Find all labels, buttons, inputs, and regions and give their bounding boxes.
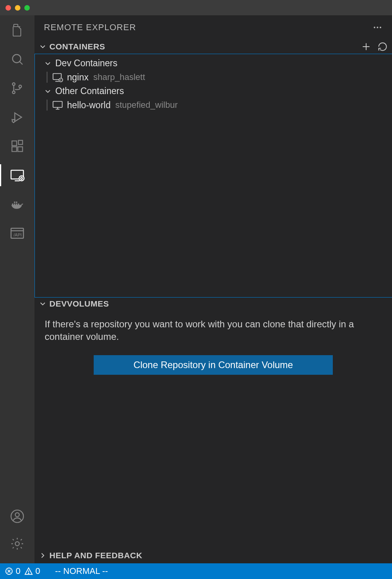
svg-point-14 (15, 513, 19, 517)
search-icon[interactable] (9, 51, 25, 67)
refresh-icon[interactable] (377, 41, 388, 52)
svg-point-18 (380, 27, 381, 28)
error-icon (5, 567, 13, 575)
devvolumes-body: If there's a repository you want to work… (34, 310, 392, 549)
svg-point-15 (15, 542, 19, 546)
tree-group-dev-containers[interactable]: Dev Containers (35, 56, 392, 70)
section-header-help[interactable]: HELP AND FEEDBACK (34, 549, 392, 563)
svg-point-0 (13, 54, 21, 63)
svg-point-2 (13, 91, 15, 94)
svg-rect-5 (12, 141, 17, 146)
devvolumes-description: If there's a repository you want to work… (45, 318, 382, 343)
window-zoom-button[interactable] (24, 5, 30, 11)
clone-repository-button[interactable]: Clone Repository in Container Volume (94, 355, 333, 375)
chevron-down-icon (44, 59, 52, 68)
container-running-icon (52, 72, 63, 83)
accounts-icon[interactable] (9, 508, 25, 524)
vim-mode-text: -- NORMAL -- (55, 566, 108, 576)
settings-gear-icon[interactable] (9, 536, 25, 552)
container-name: hello-world (67, 100, 111, 111)
extensions-icon[interactable] (9, 138, 25, 154)
tree-indent-guide (47, 72, 47, 83)
more-actions-icon[interactable] (372, 22, 383, 33)
window-minimize-button[interactable] (15, 5, 20, 11)
chevron-down-icon (44, 87, 52, 96)
svg-point-16 (374, 27, 375, 28)
activity-bar: /API (0, 15, 34, 563)
container-monitor-icon (52, 100, 63, 111)
docker-icon[interactable] (9, 196, 25, 212)
tree-indent-guide (47, 100, 47, 111)
status-vim-mode[interactable]: -- NORMAL -- (55, 566, 108, 576)
svg-rect-7 (18, 147, 23, 152)
svg-point-17 (377, 27, 378, 28)
svg-point-3 (19, 85, 22, 88)
tree-group-other-containers[interactable]: Other Containers (35, 84, 392, 98)
section-header-devvolumes[interactable]: DEVVOLUMES (34, 298, 392, 310)
svg-rect-6 (12, 147, 17, 152)
warning-icon (24, 567, 33, 575)
containers-tree: Dev Containers nginx sharp_haslett Other… (34, 54, 392, 298)
svg-text:/API: /API (14, 232, 22, 237)
section-header-containers[interactable]: CONTAINERS (34, 40, 392, 54)
run-debug-icon[interactable] (9, 109, 25, 125)
tree-group-label: Dev Containers (55, 58, 118, 69)
window-titlebar (0, 0, 392, 15)
tree-group-label: Other Containers (55, 86, 124, 96)
section-label: CONTAINERS (49, 42, 105, 51)
container-alias: stupefied_wilbur (115, 100, 178, 110)
container-alias: sharp_haslett (93, 72, 145, 82)
explorer-icon[interactable] (9, 22, 25, 38)
new-container-icon[interactable] (361, 41, 372, 52)
remote-explorer-icon[interactable] (9, 167, 25, 183)
svg-point-23 (29, 573, 29, 574)
sidebar-title: REMOTE EXPLORER (44, 22, 136, 33)
status-warnings[interactable]: 0 (24, 566, 40, 576)
chevron-right-icon (38, 551, 47, 560)
window-close-button[interactable] (5, 5, 11, 11)
section-label: DEVVOLUMES (49, 299, 109, 309)
chevron-down-icon (38, 299, 47, 308)
section-label: HELP AND FEEDBACK (49, 551, 142, 560)
container-item[interactable]: nginx sharp_haslett (35, 70, 392, 84)
warning-count: 0 (35, 566, 40, 576)
container-item[interactable]: hello-world stupefied_wilbur (35, 98, 392, 112)
source-control-icon[interactable] (9, 80, 25, 96)
container-name: nginx (67, 72, 89, 83)
svg-rect-8 (18, 140, 23, 145)
svg-point-1 (13, 83, 15, 85)
api-icon[interactable]: /API (9, 225, 25, 241)
sidebar-panel: REMOTE EXPLORER CONTAINERS (34, 15, 392, 563)
svg-rect-21 (53, 102, 62, 107)
error-count: 0 (16, 566, 20, 576)
status-errors[interactable]: 0 (5, 566, 20, 576)
status-bar: 0 0 -- NORMAL -- (0, 563, 392, 579)
svg-point-4 (12, 120, 15, 122)
chevron-down-icon (38, 42, 47, 51)
